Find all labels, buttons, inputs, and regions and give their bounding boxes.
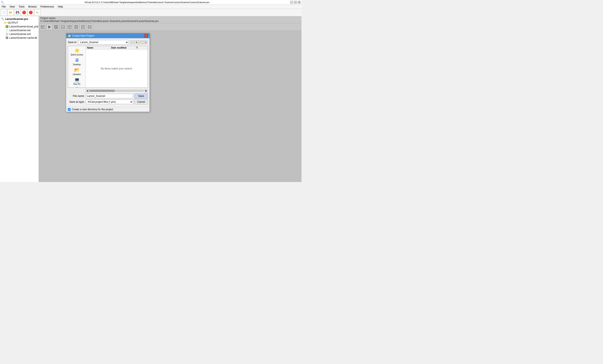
save-in-icon-buttons: ↑ ✦ 📁 ≡ [130, 40, 148, 44]
close-button[interactable]: ✕ [298, 1, 301, 4]
dialog-titlebar: 📁 Create New Project ✕ [66, 33, 150, 38]
toolbar-refresh-button[interactable]: ↻ [34, 10, 41, 16]
nav-quick-access[interactable]: ⭐ Quick access [68, 47, 86, 57]
checkbox-row: Create a new directory for the project [66, 107, 150, 112]
sidebar-output-label: OUTPUT [8, 21, 18, 24]
toolbar-open-button[interactable]: 📂 [8, 10, 14, 16]
sidebar-kicad-pcb-label: LarsonScanner.kicad_pcb [9, 25, 38, 28]
app-icon: 🔧 [1, 1, 4, 4]
save-as-type-row: Save as type: KiCad project files (*.pro… [68, 99, 148, 104]
folder-icon: 📁 [4, 21, 7, 24]
save-in-select[interactable]: Larson_Scanner [78, 40, 128, 44]
file-list-empty-message: No items match your search. [86, 50, 148, 88]
cancel-button[interactable]: Cancel [134, 99, 148, 104]
nav-this-pc-label: This PC [73, 83, 81, 85]
horizontal-scrollbar: ◀ ▶ [86, 89, 148, 92]
main-content: 🔧 LarsonScanner.pro 📁 OUTPUT 🟩 LarsonSca… [0, 16, 302, 182]
sidebar-item-sch[interactable]: 📋 LarsonScanner.sch [0, 32, 38, 36]
sch-file-icon: 📋 [5, 33, 9, 35]
nav-libraries[interactable]: 📂 Libraries [68, 66, 86, 76]
toolbar-home-button[interactable]: 🔴 [28, 10, 34, 16]
save-button[interactable]: Save [134, 94, 148, 99]
lib-file-icon: 📚 [5, 36, 9, 39]
title-bar: 🔧 KiCad (5.0.2)-1 C:\Users\Michael Yang\… [0, 0, 302, 5]
menu-preferences[interactable]: Preferences [40, 5, 55, 8]
file-name-row: File name: Save [68, 94, 148, 99]
dialog-title-icon: 📁 [68, 34, 71, 37]
sidebar-item-net[interactable]: 📄 LarsonScanner.net [0, 28, 38, 32]
col-header-name: Name [86, 46, 110, 49]
toolbar-settings-button[interactable]: 🔴 [21, 10, 27, 16]
menu-tools[interactable]: Tools [18, 5, 25, 8]
create-folder-button[interactable]: ✦ [134, 40, 139, 44]
dialog-overlay: 📁 Create New Project ✕ Save in: Larson_S… [39, 16, 302, 182]
menu-help[interactable]: Help [57, 5, 64, 8]
this-pc-icon: 💻 [74, 77, 80, 83]
create-directory-checkbox[interactable] [68, 108, 70, 111]
view-menu-button[interactable]: ≡ [144, 40, 148, 44]
nav-desktop[interactable]: 🖥 Desktop [68, 57, 86, 66]
menu-bar: File View Tools Browse Preferences Help [0, 5, 302, 9]
minimize-button[interactable]: − [290, 1, 293, 4]
window-title: KiCad (5.0.2)-1 C:\Users\Michael Yang\wo… [4, 1, 290, 4]
nav-up-button[interactable]: ↑ [130, 40, 134, 44]
create-new-project-dialog: 📁 Create New Project ✕ Save in: Larson_S… [66, 33, 150, 112]
dialog-title-text: Create New Project [72, 34, 94, 37]
scroll-left-button[interactable]: ◀ [86, 89, 89, 92]
main-toolbar: 📄 📂 💾 🔴 🔴 ↻ [0, 9, 302, 16]
desktop-icon: 🖥 [75, 57, 79, 63]
file-list-container: ⭐ Quick access 🖥 Desktop 📂 Libraries [68, 46, 148, 88]
save-as-type-select[interactable]: KiCad project files (*.pro) [86, 99, 133, 104]
nav-desktop-label: Desktop [73, 63, 81, 66]
libraries-icon: 📂 [74, 67, 80, 73]
sidebar-root-label: LarsonScanner.pro [5, 18, 28, 21]
nav-quick-access-label: Quick access [70, 54, 83, 56]
menu-file[interactable]: File [1, 5, 7, 8]
menu-browse[interactable]: Browse [27, 5, 37, 8]
nav-libraries-label: Libraries [73, 73, 81, 76]
scroll-thumb[interactable] [89, 90, 115, 92]
scroll-right-button[interactable]: ▶ [144, 89, 148, 92]
quick-access-icon: ⭐ [74, 48, 80, 53]
save-as-label: Save as type: [68, 100, 85, 103]
menu-view[interactable]: View [9, 5, 16, 8]
root-icon: 🔧 [1, 18, 4, 21]
network-icon: 🌐 [74, 87, 80, 88]
col-header-date: Date modified [110, 46, 135, 49]
empty-message-text: No items match your search. [101, 67, 133, 70]
sidebar-sch-label: LarsonScanner.sch [9, 33, 31, 35]
dialog-close-button[interactable]: ✕ [144, 34, 148, 37]
create-directory-label: Create a new directory for the project [72, 108, 113, 111]
dialog-title-left: 📁 Create New Project [68, 34, 94, 37]
nav-this-pc[interactable]: 💻 This PC [68, 76, 86, 86]
file-nav-sidebar: ⭐ Quick access 🖥 Desktop 📂 Libraries [68, 46, 86, 88]
window-controls: − □ ✕ [290, 1, 301, 4]
dialog-body: Save in: Larson_Scanner ↑ ✦ 📁 ≡ [66, 38, 150, 107]
net-file-icon: 📄 [5, 29, 9, 32]
maximize-button[interactable]: □ [294, 1, 297, 4]
sidebar-root[interactable]: 🔧 LarsonScanner.pro [0, 17, 38, 21]
project-sidebar: 🔧 LarsonScanner.pro 📁 OUTPUT 🟩 LarsonSca… [0, 16, 39, 182]
file-list-header: Name Date modified T [86, 46, 148, 50]
file-icon: 🟩 [5, 25, 9, 28]
right-panel: Project name: C:\Users\Michael Yang\work… [39, 16, 302, 182]
nav-network[interactable]: 🌐 Network [68, 86, 86, 88]
toolbar-save-button[interactable]: 💾 [14, 10, 21, 16]
sidebar-cache-lib-label: LarsonScanner-cache.lib [9, 36, 37, 39]
sidebar-item-output[interactable]: 📁 OUTPUT [0, 21, 38, 25]
folder-options-button[interactable]: 📁 [139, 40, 143, 44]
scroll-track[interactable] [89, 90, 144, 92]
save-in-label: Save in: [68, 41, 77, 44]
file-name-input[interactable] [86, 94, 133, 98]
sidebar-net-label: LarsonScanner.net [9, 29, 31, 32]
file-list-main: Name Date modified T No items match your… [86, 46, 148, 88]
file-name-label: File name: [68, 95, 85, 98]
sidebar-item-cache-lib[interactable]: 📚 LarsonScanner-cache.lib [0, 36, 38, 40]
sidebar-item-kicad-pcb[interactable]: 🟩 LarsonScanner.kicad_pcb [0, 25, 38, 28]
save-in-row: Save in: Larson_Scanner ↑ ✦ 📁 ≡ [68, 40, 148, 44]
toolbar-new-button[interactable]: 📄 [1, 10, 7, 16]
col-header-type: T [135, 46, 148, 49]
